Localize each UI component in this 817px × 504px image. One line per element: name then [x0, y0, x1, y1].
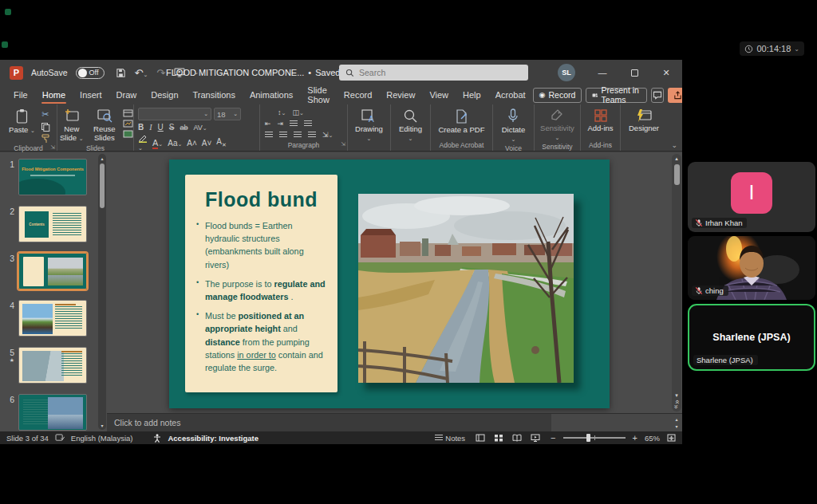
close-button[interactable]: ✕: [650, 60, 682, 85]
align-right-button[interactable]: [294, 132, 302, 139]
thumbnail-row-3[interactable]: 3: [0, 253, 107, 289]
highlight-button[interactable]: ⌄: [138, 134, 148, 152]
sensitivity-button[interactable]: Sensitivity⌄: [538, 108, 577, 142]
slide-title[interactable]: Flood bund: [188, 188, 334, 211]
search-input[interactable]: [359, 68, 479, 77]
zoom-out-button[interactable]: −: [551, 433, 555, 443]
font-color-button[interactable]: A⌄: [152, 138, 163, 148]
slide-bullets[interactable]: Flood bunds = Earthen hydraulic structur…: [185, 219, 337, 374]
tab-animations[interactable]: Animations: [243, 85, 300, 104]
dictate-button[interactable]: Dictate⌄: [499, 108, 528, 144]
tab-view[interactable]: View: [422, 85, 456, 104]
cut-icon[interactable]: ✂: [41, 109, 49, 120]
participant-tile-sharlene-active-speaker[interactable]: Sharlene (JPSA) Sharlene (JPSA): [688, 304, 815, 371]
change-case-button[interactable]: Aa⌄: [168, 139, 182, 148]
dialog-launcher-icon[interactable]: ⇲: [50, 142, 55, 152]
drawing-button[interactable]: A Drawing⌄: [353, 108, 385, 143]
tab-file[interactable]: File: [6, 85, 35, 104]
slide-thumbnail-1[interactable]: Flood Mitigation Components: [18, 159, 87, 195]
collapse-ribbon-chevron-icon[interactable]: ⌄: [671, 141, 677, 149]
thumbnail-row-6[interactable]: 6: [0, 394, 107, 431]
maximize-button[interactable]: [618, 60, 650, 85]
thumbnail-row-1[interactable]: 1 Flood Mitigation Components: [0, 159, 107, 195]
undo-button[interactable]: ↶⌄: [135, 65, 148, 80]
clear-formatting-button[interactable]: A✕: [216, 137, 227, 148]
scroll-down-icon[interactable]: ▾: [675, 392, 678, 399]
scrollbar-thumb[interactable]: [100, 163, 105, 208]
paste-button[interactable]: Paste ⌄: [6, 108, 37, 136]
fit-to-window-icon[interactable]: [667, 434, 676, 442]
thumbnail-row-5[interactable]: 5★: [0, 347, 107, 384]
font-name-combobox[interactable]: ⌄: [138, 108, 211, 120]
tab-review[interactable]: Review: [379, 85, 422, 104]
save-icon[interactable]: [116, 68, 126, 78]
tab-home[interactable]: Home: [35, 85, 73, 104]
slide-thumbnail-5[interactable]: [18, 347, 87, 384]
scroll-down-icon[interactable]: ▾: [101, 423, 103, 428]
scroll-up-icon[interactable]: ▴: [101, 156, 103, 161]
present-in-teams-button[interactable]: Present in Teams: [586, 88, 646, 103]
text-direction-button[interactable]: [290, 120, 298, 128]
reuse-slides-button[interactable]: Reuse Slides: [89, 108, 120, 144]
chevron-down-icon[interactable]: ⌄: [794, 45, 799, 53]
designer-button[interactable]: Designer: [626, 108, 661, 134]
underline-button[interactable]: U: [158, 123, 164, 132]
zoom-slider-knob[interactable]: [586, 434, 590, 442]
accessibility-status[interactable]: Accessibility: Investigate: [168, 434, 259, 443]
reading-view-icon[interactable]: [512, 434, 522, 442]
slide-indicator[interactable]: Slide 3 of 34: [6, 434, 49, 443]
participant-tile-ching[interactable]: ching: [688, 236, 815, 300]
thumbnail-row-4[interactable]: 4: [0, 300, 107, 337]
increase-indent-button[interactable]: ⇥: [278, 120, 284, 128]
next-slide-button[interactable]: «: [673, 405, 679, 408]
normal-view-icon[interactable]: [476, 434, 485, 442]
convert-smartart-button[interactable]: ⇲⌄: [322, 131, 333, 139]
slide-thumbnail-3-selected[interactable]: [18, 253, 87, 289]
autosave-toggle[interactable]: Off: [76, 67, 105, 79]
tab-slide-show[interactable]: Slide Show: [300, 85, 337, 104]
meeting-timer[interactable]: 00:14:18 ⌄: [740, 41, 804, 56]
tab-design[interactable]: Design: [144, 85, 185, 104]
participant-tile-irhan-khan[interactable]: I Irhan Khan: [688, 162, 815, 232]
record-button[interactable]: ◉ Record: [533, 88, 582, 103]
strikethrough-button[interactable]: S: [169, 123, 175, 132]
tab-help[interactable]: Help: [456, 85, 488, 104]
tab-acrobat[interactable]: Acrobat: [488, 85, 533, 104]
align-center-button[interactable]: [279, 132, 287, 139]
notes-pane[interactable]: Click to add notes ▴ ▾: [107, 413, 682, 431]
italic-button[interactable]: I: [149, 123, 152, 132]
justify-button[interactable]: [308, 132, 316, 139]
notes-placeholder[interactable]: Click to add notes: [107, 418, 180, 427]
columns-button[interactable]: ◫⌄: [292, 108, 303, 116]
new-slide-button[interactable]: New Slide ⌄: [57, 108, 86, 144]
strikethrough-ab-icon[interactable]: ab: [180, 124, 187, 132]
scroll-up-icon[interactable]: ▴: [675, 156, 678, 162]
notes-toggle-button[interactable]: Notes: [435, 434, 465, 443]
slide-thumbnail-2[interactable]: Contents: [18, 206, 87, 242]
grow-font-button[interactable]: A˄: [187, 139, 197, 148]
addins-button[interactable]: Add-ins: [585, 108, 615, 134]
align-left-button[interactable]: [265, 132, 273, 139]
slide-canvas[interactable]: Flood bund Flood bunds = Earthen hydraul…: [169, 159, 610, 408]
share-button[interactable]: Share ⌄: [668, 88, 683, 103]
font-size-combobox[interactable]: 18⌄: [214, 108, 241, 120]
decrease-indent-button[interactable]: ⇤: [265, 120, 271, 128]
account-avatar[interactable]: SL: [558, 64, 575, 81]
language-indicator[interactable]: English (Malaysia): [71, 434, 133, 443]
tab-insert[interactable]: Insert: [73, 85, 109, 104]
copy-icon[interactable]: [41, 122, 50, 132]
character-spacing-button[interactable]: AV⌄: [194, 124, 207, 132]
search-box[interactable]: [339, 65, 528, 81]
tab-record[interactable]: Record: [337, 85, 379, 104]
slide-thumbnail-6[interactable]: [18, 394, 87, 431]
align-text-button[interactable]: [304, 120, 312, 128]
layout-icon[interactable]: [123, 109, 133, 117]
slide-photo-flood-bund[interactable]: [358, 194, 574, 383]
slide-text-box[interactable]: Flood bund Flood bunds = Earthen hydraul…: [185, 175, 337, 392]
scrollbar-thumb[interactable]: [674, 164, 680, 185]
bold-button[interactable]: B: [138, 123, 144, 132]
spell-check-icon[interactable]: [55, 434, 65, 442]
redo-button[interactable]: ↷: [156, 68, 165, 78]
create-pdf-button[interactable]: Create a PDF: [436, 108, 487, 136]
slideshow-view-icon[interactable]: [531, 434, 540, 442]
